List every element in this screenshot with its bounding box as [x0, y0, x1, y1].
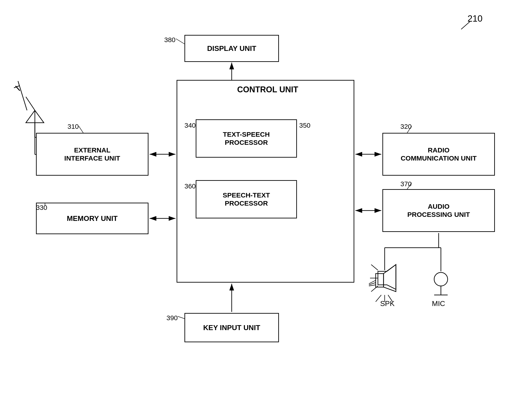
ref-310: 310 [68, 123, 79, 130]
signal-tick1 [16, 85, 20, 92]
sound-ray3 [371, 286, 378, 292]
ref-340: 340 [184, 122, 196, 129]
speech-text-box: SPEECH-TEXTPROCESSOR [196, 180, 297, 218]
text-speech-label: TEXT-SPEECHPROCESSOR [223, 130, 270, 147]
text-speech-box: TEXT-SPEECHPROCESSOR [196, 119, 297, 158]
audio-proc-label: AUDIOPROCESSING UNIT [407, 203, 470, 219]
lightning-bolt [18, 81, 27, 110]
ref-360: 360 [184, 182, 196, 190]
spk-wave3 [369, 285, 376, 286]
ref-320: 320 [400, 123, 412, 130]
key-input-box: KEY INPUT UNIT [184, 313, 279, 342]
audio-proc-box: AUDIOPROCESSING UNIT [382, 189, 495, 232]
ref-370: 370 [400, 180, 412, 188]
mic-circle [434, 272, 448, 286]
spk-wave1 [369, 280, 376, 284]
display-unit-box: DISPLAY UNIT [184, 35, 279, 62]
ref-380: 380 [164, 36, 176, 44]
control-unit-label: CONTROL UNIT [237, 85, 298, 94]
spk-label: SPK [380, 300, 395, 308]
leader-380 [176, 39, 184, 44]
diagram-container: 210 DISPLAY UNIT 380 CONTROL UNIT TEXT-S… [0, 0, 532, 399]
leader-390 [178, 316, 184, 319]
figure-number: 210 [468, 13, 482, 24]
spk-cone [384, 265, 396, 292]
ref-390: 390 [166, 314, 178, 322]
spk-icon [378, 265, 396, 289]
display-unit-label: DISPLAY UNIT [207, 44, 256, 53]
tick1 [14, 85, 20, 88]
external-interface-label: EXTERNALINTERFACE UNIT [64, 146, 120, 162]
spk-body [376, 274, 384, 287]
memory-unit-box: MEMORY UNIT [36, 203, 148, 234]
ref-350: 350 [299, 122, 310, 129]
antenna-triangle [26, 110, 44, 123]
sound-ray1 [371, 265, 378, 270]
ref-330: 330 [36, 204, 47, 211]
external-interface-box: EXTERNALINTERFACE UNIT [36, 133, 148, 176]
key-input-label: KEY INPUT UNIT [203, 323, 260, 332]
spk-wave2 [369, 283, 376, 285]
radio-comm-label: RADIOCOMMUNICATION UNIT [401, 146, 477, 162]
radio-comm-box: RADIOCOMMUNICATION UNIT [382, 133, 495, 176]
signal-line1 [26, 97, 35, 110]
memory-unit-label: MEMORY UNIT [67, 214, 118, 223]
mic-label: MIC [432, 300, 445, 308]
leader-310 [79, 126, 83, 133]
speech-text-label: SPEECH-TEXTPROCESSOR [223, 191, 270, 207]
